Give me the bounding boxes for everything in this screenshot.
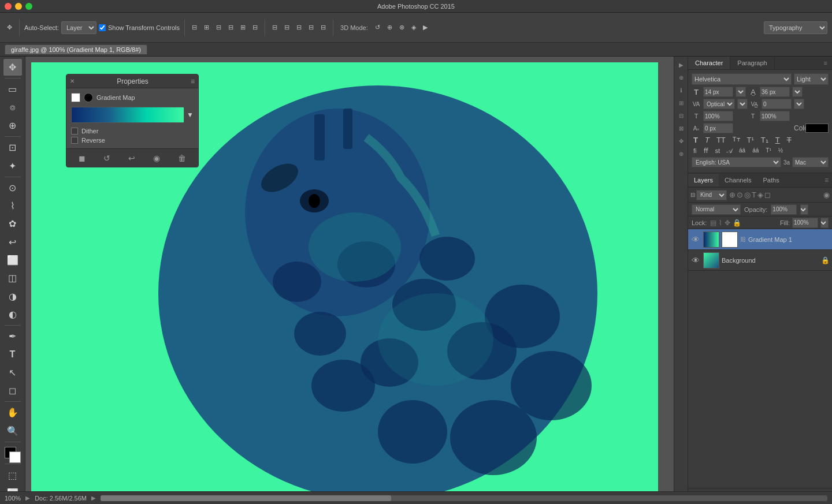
mid-strip-btn-5[interactable]: ⊟ [675, 110, 687, 121]
clone-tool[interactable]: ✿ [3, 215, 22, 232]
layers-tab-channels[interactable]: Channels [719, 174, 757, 186]
3d-btn-2[interactable]: ⊕ [385, 23, 395, 32]
style-super-btn[interactable]: T¹ [745, 135, 756, 145]
align-top-btn[interactable]: ⊟ [226, 23, 236, 32]
quick-select-tool[interactable]: ⊕ [3, 117, 22, 134]
filter-icon-5[interactable]: ◈ [757, 191, 763, 199]
3d-btn-5[interactable]: ▶ [421, 23, 430, 32]
color-boxes[interactable] [3, 447, 22, 462]
zoom-arrow[interactable]: ▶ [25, 495, 30, 501]
gradient-bar-container[interactable]: ▼ [71, 107, 194, 123]
pen-tool[interactable]: ✒ [3, 328, 22, 345]
align-right-btn[interactable]: ⊟ [214, 23, 224, 32]
gradient-tool[interactable]: ◫ [3, 270, 22, 286]
lock-transparent-btn[interactable]: ▤ [710, 219, 716, 227]
quick-mask-btn[interactable]: ⬚ [3, 466, 22, 483]
move-tool-btn[interactable]: ✥ [5, 23, 14, 32]
3d-btn-1[interactable]: ↺ [373, 23, 382, 32]
hand-tool[interactable]: ✋ [3, 404, 22, 421]
style-sub-btn[interactable]: T₁ [759, 135, 770, 145]
language-select[interactable]: English: USA English: UK [692, 157, 781, 167]
brush-tool[interactable]: ⌇ [3, 197, 22, 214]
properties-close-btn[interactable]: ✕ [70, 78, 75, 84]
scale-h-input[interactable] [703, 111, 733, 121]
dodge-tool[interactable]: ◐ [3, 306, 22, 323]
prop-footer-btn-1[interactable]: ◼ [79, 154, 86, 163]
mid-strip-btn-2[interactable]: ⊕ [675, 72, 687, 83]
mid-strip-btn-7[interactable]: ✥ [675, 135, 687, 147]
filter-icon-2[interactable]: ⊙ [737, 191, 743, 199]
oldstyle-btn[interactable]: áá [737, 147, 747, 155]
distrib-b-btn[interactable]: ⊟ [318, 23, 328, 32]
background-color[interactable] [9, 451, 21, 463]
transform-controls-input[interactable] [99, 24, 106, 31]
align-center-btn[interactable]: ⊞ [202, 23, 211, 32]
filter-toggle[interactable]: ◉ [823, 191, 830, 199]
fill-input[interactable] [792, 218, 818, 228]
scale-v-input[interactable] [760, 111, 790, 121]
lock-all-btn[interactable]: 🔒 [733, 219, 741, 227]
alternate-btn[interactable]: áá [751, 147, 760, 155]
superscript-btn[interactable]: T¹ [764, 147, 772, 155]
lock-position-btn[interactable]: ✥ [725, 219, 730, 227]
doc-arrow[interactable]: ▶ [91, 495, 96, 501]
layer-item-background[interactable]: 👁 Background 🔒 [688, 250, 832, 271]
reverse-checkbox[interactable] [71, 137, 78, 144]
kerning-dropdown[interactable]: ▼ [737, 99, 748, 109]
layers-tab-layers[interactable]: Layers [688, 174, 719, 186]
zoom-tool[interactable]: 🔍 [3, 423, 22, 439]
close-button[interactable] [5, 3, 12, 10]
opacity-dropdown[interactable]: ▼ [800, 204, 808, 215]
filter-icon-6[interactable]: ◻ [764, 191, 771, 199]
dither-option[interactable]: Dither [71, 128, 194, 135]
leading-input[interactable] [760, 87, 790, 97]
style-strikethrough-btn[interactable]: T [785, 135, 793, 145]
gradient-arrow-btn[interactable]: ▼ [187, 111, 194, 119]
font-style-select[interactable]: Light Regular Bold [794, 73, 829, 85]
filter-kind-select[interactable]: Kind Name Effect Mode [696, 190, 727, 200]
path-select-tool[interactable]: ↖ [3, 364, 22, 381]
filter-icon-1[interactable]: ⊕ [729, 191, 736, 199]
distrib-v-btn[interactable]: ⊟ [282, 23, 292, 32]
minimize-button[interactable] [15, 3, 22, 10]
style-italic-btn[interactable]: T [703, 135, 711, 145]
move-tool[interactable]: ✥ [3, 59, 22, 76]
ligature-fi-btn[interactable]: ﬁ [692, 147, 699, 155]
filter-icon-4[interactable]: T [752, 191, 756, 199]
ligature-ff-btn[interactable]: ﬀ [702, 147, 710, 155]
tracking-unit-select[interactable]: ▼ [794, 99, 804, 109]
baseline-input[interactable] [703, 123, 733, 133]
distrib-c-btn[interactable]: ⊟ [294, 23, 304, 32]
lock-pixels-btn[interactable]: ⌇ [719, 219, 722, 227]
fraction-btn[interactable]: ½ [777, 147, 785, 155]
reverse-option[interactable]: Reverse [71, 137, 194, 144]
opacity-input[interactable] [771, 204, 797, 215]
leading-unit-select[interactable]: ▼ [792, 87, 803, 97]
history-brush-tool[interactable]: ↩ [3, 234, 22, 251]
ordinal-btn[interactable]: st [714, 147, 722, 155]
blend-mode-select[interactable]: Normal Multiply Screen Overlay [692, 204, 741, 215]
mid-strip-btn-3[interactable]: ℹ [675, 84, 687, 96]
mid-strip-btn-1[interactable]: ▶ [675, 59, 687, 70]
maximize-button[interactable] [25, 3, 32, 10]
eraser-tool[interactable]: ⬜ [3, 252, 22, 268]
tracking-input[interactable] [762, 99, 792, 109]
align-middle-btn[interactable]: ⊞ [238, 23, 248, 32]
tab-paragraph[interactable]: Paragraph [730, 57, 774, 69]
shape-tool[interactable]: ◻ [3, 382, 22, 399]
properties-menu-btn[interactable]: ≡ [191, 77, 195, 85]
3d-btn-3[interactable]: ⊗ [397, 23, 407, 32]
crop-tool[interactable]: ⊡ [3, 139, 22, 156]
blur-tool[interactable]: ◑ [3, 288, 22, 305]
transform-controls-checkbox[interactable]: Show Transform Controls [99, 24, 180, 31]
document-tab[interactable]: giraffe.jpg @ 100% (Gradient Map 1, RGB/… [5, 44, 147, 54]
mid-strip-btn-6[interactable]: ⊠ [675, 122, 687, 134]
size-unit-select[interactable]: ▼ [736, 87, 746, 97]
color-swatch[interactable] [805, 124, 829, 133]
layers-tab-paths[interactable]: Paths [757, 174, 785, 186]
gradient-bar[interactable] [71, 107, 184, 123]
prop-footer-btn-4[interactable]: ◉ [153, 154, 160, 163]
filter-icon-3[interactable]: ◎ [744, 191, 751, 199]
marquee-tool[interactable]: ▭ [3, 81, 22, 98]
lasso-tool[interactable]: ⌾ [3, 99, 22, 116]
